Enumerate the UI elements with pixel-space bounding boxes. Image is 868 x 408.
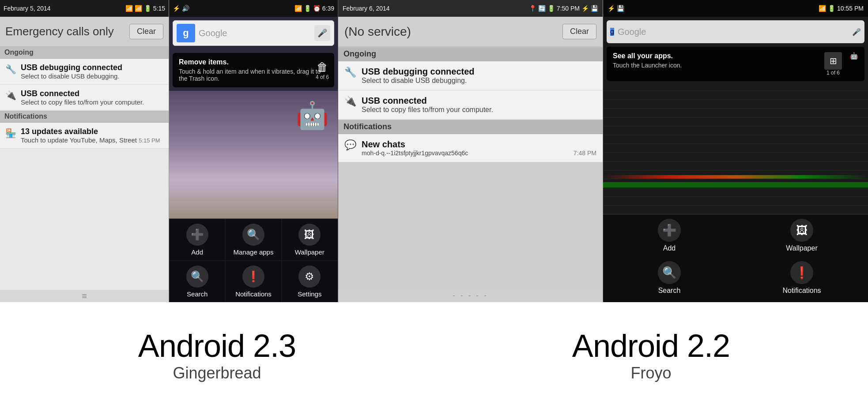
android22-label-section: Android 2.2 Froyo [434, 302, 868, 408]
home-wallpaper-4 [603, 85, 868, 214]
battery-icon: 🔋 [144, 5, 151, 12]
wallpaper-icon-4: 🖼 [790, 219, 813, 242]
add-icon-4: ➕ [658, 219, 681, 242]
see-apps-tooltip-4: See all your apps. Touch the Launcher ic… [607, 47, 864, 81]
notif-updates-1[interactable]: 🏪 13 updates available Touch to update Y… [0, 123, 169, 149]
labels-row: Android 2.3 Gingerbread Android 2.2 Froy… [0, 302, 868, 408]
notif-usb-debug-3[interactable]: 🔧 USB debugging connected Select to disa… [338, 61, 603, 90]
status-right-4: 📶 🔋 10:55 PM [819, 5, 864, 12]
clock-icon-2: ⏰ [313, 5, 321, 12]
tooltip-body-2: Touch & hold an item and when it vibrate… [179, 68, 328, 82]
dock-manage-label-2: Manage apps [234, 248, 274, 256]
search-icon-2: 🔍 [186, 266, 208, 288]
notif-usb-debug-title-1: USB debugging connected [21, 63, 122, 72]
search-icon-4: 🔍 [658, 261, 681, 284]
status-time-2: 6:39 [322, 5, 334, 12]
bottom-handle-1: ≡ [0, 290, 169, 302]
dock-settings-4[interactable]: ⚙ Settings [603, 299, 868, 302]
screen1-android23-notifications: February 5, 2014 📶 📶 🔋 5:15 Emergency ca… [0, 0, 169, 302]
status-time-4: 10:55 PM [837, 5, 864, 12]
notif-updates-body-1: Touch to update YouTube, Maps, Street 5:… [21, 136, 160, 144]
section-notifications-3: Notifications [338, 120, 603, 134]
status-date-3: February 6, 2014 [343, 5, 390, 12]
manage-icon-2: 🔍 [242, 224, 264, 246]
usb-debug-icon-1: 🔧 [5, 64, 16, 75]
google-logo-4: g [610, 28, 614, 36]
notif-usb-connected-3[interactable]: 🔌 USB connected Select to copy files to/… [338, 90, 603, 120]
screen4-android22-home: ⚡ 💾 📶 🔋 10:55 PM g Google 🎤 See all your… [603, 0, 868, 302]
status-bar-1: February 5, 2014 📶 📶 🔋 5:15 [0, 0, 169, 17]
notif-chats-time-3: 7:48 PM [574, 150, 596, 157]
section-ongoing-3: Ongoing [338, 47, 603, 61]
dock-add-label-4: Add [663, 244, 676, 252]
handle-bars-3: - - - - - [453, 292, 488, 299]
signal-icon: 📶 [135, 5, 142, 12]
google-search-bar-4[interactable]: g Google 🎤 [607, 20, 864, 43]
screen3-android22-notifications: February 6, 2014 📍 🔄 🔋 7:50 PM ⚡ 💾 (No s… [338, 0, 603, 302]
dock-wallpaper-4[interactable]: 🖼 Wallpaper [736, 214, 868, 257]
header-title-3: (No service) [344, 25, 411, 39]
chat-icon-3: 💬 [344, 139, 356, 157]
dock-add-4[interactable]: ➕ Add [603, 214, 736, 257]
usb-icon-4: 📶 [819, 5, 826, 12]
clear-button-3[interactable]: Clear [562, 24, 596, 39]
updates-icon-1: 🏪 [5, 128, 16, 138]
status-bar-3: February 6, 2014 📍 🔄 🔋 7:50 PM ⚡ 💾 [338, 0, 603, 17]
nav-icon-3: 📍 [529, 5, 536, 12]
tooltip-title-2: Remove items. [179, 58, 328, 66]
mic-icon-4[interactable]: 🎤 [852, 28, 861, 36]
usb-debug-icon-3: 🔧 [344, 67, 356, 85]
dock-search-4[interactable]: 🔍 Search [603, 257, 736, 299]
apps-grid-area-4: ⊞ 1 of 6 [824, 52, 842, 76]
usb-connected-icon-3: 🔌 [344, 96, 356, 114]
mic-icon-2[interactable]: 🎤 [314, 25, 330, 41]
settings-icon-2: ⚙ [298, 266, 321, 288]
handle-bars-1: ≡ [82, 291, 87, 301]
notification-header-1: Emergency calls only Clear [0, 17, 169, 47]
dock-add-2[interactable]: ➕ Add [169, 219, 225, 261]
notifications-icon-4: ❗ [790, 261, 813, 284]
dock-settings-2[interactable]: ⚙ Settings [282, 261, 338, 302]
notif-usb-debug-body-1: Select to disable USB debugging. [21, 72, 122, 80]
clear-button-1[interactable]: Clear [129, 24, 163, 39]
google-logo-2: g [177, 24, 195, 42]
status-time-3: 7:50 PM [557, 5, 580, 12]
notif-usb-connected-1[interactable]: 🔌 USB connected Select to copy files to/… [0, 85, 169, 111]
section-notifications-1: Notifications [0, 111, 169, 123]
notif-usb-connected-title-1: USB connected [21, 89, 144, 98]
notif-usb-debug-content-3: USB debugging connected Select to disabl… [362, 67, 475, 85]
dock-notifications-2[interactable]: ❗ Notifications [225, 261, 281, 302]
notif-chats-3[interactable]: 💬 New chats moh-d-q.--1i2tsfptyjjkr1gpva… [338, 134, 603, 162]
dock-wallpaper-label-2: Wallpaper [295, 248, 325, 256]
remove-tooltip-2: Remove items. Touch & hold an item and w… [173, 53, 334, 87]
trash-area-2: 🗑 4 of 6 [316, 60, 329, 80]
google-search-bar-2[interactable]: g Google 🎤 [173, 20, 334, 46]
notif-chats-body-3: moh-d-q.--1i2tsfptyjjkr1gpvavqaz56q6c [362, 150, 468, 157]
tooltip-content-4: See all your apps. Touch the Launcher ic… [613, 52, 820, 69]
wallpaper-icon-2: 🖼 [298, 224, 321, 246]
notif-usb-debug-title-3: USB debugging connected [362, 67, 475, 77]
chat-preview-area-3 [338, 162, 603, 289]
notif-updates-content-1: 13 updates available Touch to update You… [21, 127, 160, 144]
dock-search-2[interactable]: 🔍 Search [169, 261, 225, 302]
android-mascot-2: 🤖 [296, 100, 329, 131]
android23-subtitle: Gingerbread [173, 364, 261, 382]
battery-icon-4: 🔋 [828, 5, 835, 12]
notif-usb-connected-title-3: USB connected [362, 96, 493, 106]
usb-connected-icon-1: 🔌 [5, 90, 16, 101]
status-icons-2: ⚡ 🔊 [173, 5, 189, 12]
notification-header-3: (No service) Clear [338, 17, 603, 47]
status-right-2: 📶 🔋 ⏰ 6:39 [294, 5, 334, 12]
home-wallpaper-2: 🤖 [169, 91, 338, 218]
dock-wallpaper-2[interactable]: 🖼 Wallpaper [282, 219, 338, 261]
dock-manage-2[interactable]: 🔍 Manage apps [225, 219, 281, 261]
tooltip-title-4: See all your apps. [613, 52, 820, 60]
page-indicator-4: 1 of 6 [826, 70, 840, 76]
dock-wallpaper-label-4: Wallpaper [786, 244, 817, 252]
android23-title: Android 2.3 [138, 328, 296, 364]
dock-notifications-4[interactable]: ❗ Notifications [736, 257, 868, 299]
notif-usb-debug-1[interactable]: 🔧 USB debugging connected Select to disa… [0, 59, 169, 85]
section-ongoing-1: Ongoing [0, 47, 169, 59]
tooltip-body-4: Touch the Launcher icon. [613, 62, 820, 69]
notif-usb-connected-content-3: USB connected Select to copy files to/fr… [362, 96, 493, 114]
